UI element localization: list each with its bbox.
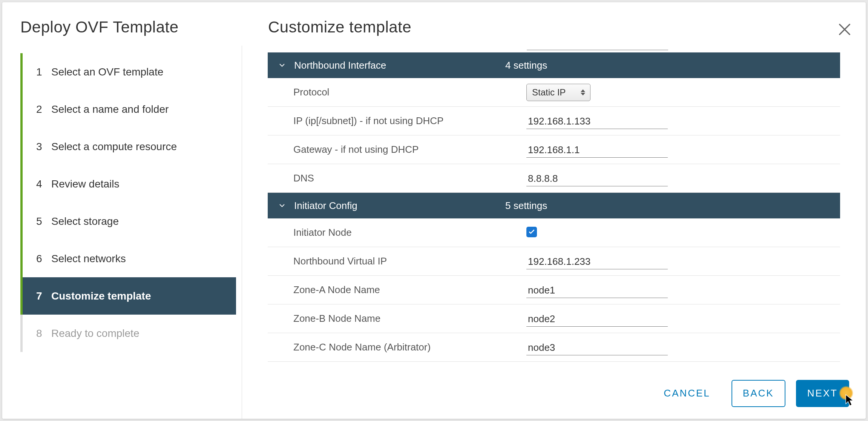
step-label: Select a compute resource	[51, 141, 236, 153]
step-number: 1	[36, 66, 51, 78]
partial-field-above	[527, 46, 668, 50]
step-label: Ready to complete	[51, 327, 236, 340]
step-label: Select storage	[51, 215, 236, 227]
row-zone-b: Zone-B Node Name	[268, 304, 840, 333]
wizard-steps: 1 Select an OVF template 2 Select a name…	[20, 53, 236, 352]
ip-input[interactable]	[526, 113, 668, 129]
chevron-down-icon	[277, 61, 287, 69]
step-number: 5	[36, 215, 51, 227]
section-title: Northbound Interface	[294, 60, 505, 71]
wizard-footer: CANCEL BACK NEXT	[242, 368, 866, 419]
section-title: Initiator Config	[294, 200, 505, 212]
step-number: 2	[36, 103, 51, 115]
next-button[interactable]: NEXT	[796, 380, 849, 407]
step-label: Select an OVF template	[51, 66, 236, 78]
protocol-select[interactable]: Static IP	[526, 84, 590, 101]
dns-input[interactable]	[526, 171, 668, 186]
step-3[interactable]: 3 Select a compute resource	[23, 128, 236, 165]
step-label: Select a name and folder	[51, 103, 236, 115]
page-title: Customize template	[242, 2, 866, 46]
field-label: Zone-B Node Name	[293, 313, 526, 324]
field-label: DNS	[293, 172, 526, 184]
zone-b-input[interactable]	[526, 311, 668, 327]
step-number: 4	[36, 178, 51, 190]
step-5[interactable]: 5 Select storage	[23, 203, 236, 240]
step-label: Customize template	[51, 290, 236, 302]
select-stepper-icon	[580, 89, 586, 95]
back-button[interactable]: BACK	[732, 380, 785, 407]
chevron-down-icon	[277, 201, 287, 210]
step-number: 8	[36, 327, 51, 340]
section-count: 5 settings	[505, 200, 547, 212]
zone-a-input[interactable]	[526, 282, 668, 298]
row-initiator-node: Initiator Node	[268, 218, 840, 247]
row-protocol: Protocol Static IP	[268, 78, 840, 107]
section-header-initiator[interactable]: Initiator Config 5 settings	[268, 193, 840, 218]
virtual-ip-input[interactable]	[526, 254, 668, 269]
close-icon	[837, 22, 852, 37]
field-label: Initiator Node	[293, 227, 526, 238]
section-count: 4 settings	[505, 60, 547, 71]
row-zone-a: Zone-A Node Name	[268, 276, 840, 304]
row-zone-c: Zone-C Node Name (Arbitrator)	[268, 333, 840, 362]
step-1[interactable]: 1 Select an OVF template	[23, 53, 236, 91]
field-label: IP (ip[/subnet]) - if not using DHCP	[293, 115, 526, 127]
zone-c-input[interactable]	[526, 340, 668, 355]
field-label: Gateway - if not using DHCP	[293, 144, 526, 155]
form-scroll-area[interactable]: Northbound Interface 4 settings Protocol…	[242, 46, 866, 368]
step-label: Select networks	[51, 253, 236, 265]
field-label: Zone-C Node Name (Arbitrator)	[293, 341, 526, 353]
wizard-sidebar: 1 Select an OVF template 2 Select a name…	[2, 46, 242, 419]
row-dns: DNS	[268, 164, 840, 193]
row-ip: IP (ip[/subnet]) - if not using DHCP	[268, 107, 840, 135]
step-2[interactable]: 2 Select a name and folder	[23, 91, 236, 128]
check-icon	[528, 228, 535, 236]
section-header-northbound[interactable]: Northbound Interface 4 settings	[268, 52, 840, 78]
step-8: 8 Ready to complete	[23, 315, 236, 352]
step-4[interactable]: 4 Review details	[23, 165, 236, 203]
close-button[interactable]	[837, 22, 852, 37]
step-number: 6	[36, 253, 51, 265]
select-value: Static IP	[532, 87, 580, 98]
row-gateway: Gateway - if not using DHCP	[268, 135, 840, 164]
cancel-button[interactable]: CANCEL	[653, 380, 721, 407]
field-label: Protocol	[293, 86, 526, 98]
wizard-title: Deploy OVF Template	[2, 2, 242, 46]
row-virtual-ip: Northbound Virtual IP	[268, 247, 840, 276]
step-label: Review details	[51, 178, 236, 190]
gateway-input[interactable]	[526, 142, 668, 158]
initiator-node-checkbox[interactable]	[526, 227, 537, 237]
step-7[interactable]: 7 Customize template	[23, 277, 236, 315]
field-label: Northbound Virtual IP	[293, 255, 526, 267]
step-6[interactable]: 6 Select networks	[23, 240, 236, 277]
field-label: Zone-A Node Name	[293, 284, 526, 296]
step-number: 7	[36, 290, 51, 302]
step-number: 3	[36, 141, 51, 153]
